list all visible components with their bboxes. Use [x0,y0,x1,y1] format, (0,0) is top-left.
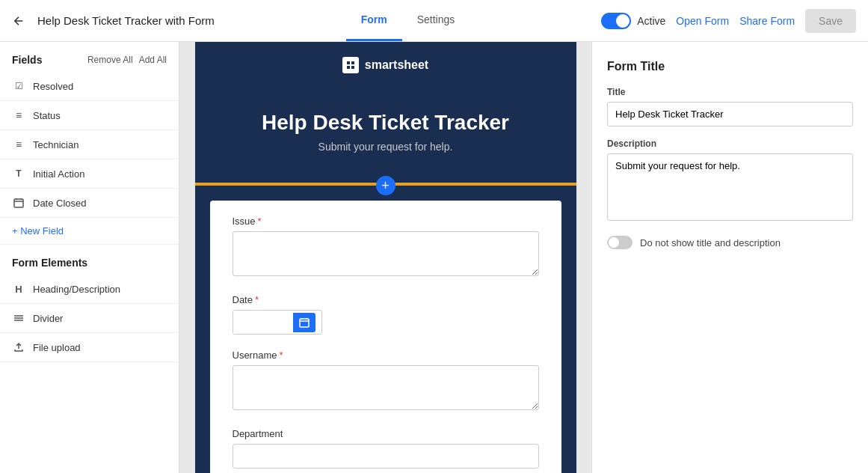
form-body: Issue * Date * [195,186,576,473]
form-subtitle: Submit your request for help. [210,141,561,153]
element-label-divider: Divider [33,313,63,324]
field-label-status: Status [33,110,61,121]
form-main-title: Help Desk Ticket Tracker [210,111,561,135]
date-required-star: * [255,294,259,305]
hide-title-toggle-knob [609,237,619,248]
username-required-star: * [279,350,283,361]
field-label-resolved: Resolved [33,81,73,92]
field-item-technician[interactable]: ≡ Technician [0,130,179,159]
title-label: Title [607,87,853,97]
top-actions: Active Open Form Share Form Save [601,9,856,33]
tab-form[interactable]: Form [346,0,402,41]
element-item-heading[interactable]: H Heading/Description [0,275,179,304]
field-item-date-closed[interactable]: Date Closed [0,189,179,218]
date-field: Date * [233,294,539,335]
form-title-section: Help Desk Ticket Tracker Submit your req… [195,88,576,186]
date-input-wrap [233,310,322,335]
field-item-resolved[interactable]: ☑ Resolved [0,72,179,101]
issue-field: Issue * [233,216,539,279]
field-label-initial-action: Initial Action [33,168,84,180]
save-button[interactable]: Save [805,9,856,33]
upload-icon [12,341,25,354]
description-label: Description [607,138,853,149]
department-label: Department [233,428,539,439]
calendar-icon[interactable] [293,313,316,332]
active-toggle[interactable] [601,13,631,29]
back-button[interactable] [12,14,25,28]
open-form-button[interactable]: Open Form [676,15,729,27]
smartsheet-logo: smartsheet [342,57,428,73]
svg-rect-0 [14,199,23,207]
hide-title-toggle-wrap: Do not show title and description [607,236,853,249]
text-icon: T [12,167,25,180]
issue-input[interactable] [233,231,539,276]
field-section-actions: Remove All Add All [87,55,167,65]
logo-text: smartsheet [365,58,428,72]
new-field-button[interactable]: + New Field [0,218,179,244]
username-input[interactable] [233,365,539,410]
heading-icon: H [12,282,25,296]
title-input[interactable] [607,102,853,126]
left-sidebar: Fields Remove All Add All ☑ Resolved ≡ S… [0,42,179,473]
form-elements-title: Form Elements [0,244,179,275]
active-label: Active [637,15,665,27]
element-item-file-upload[interactable]: File upload [0,333,179,362]
date-input[interactable] [233,311,293,334]
issue-required-star: * [258,216,262,227]
right-panel-title: Form Title [607,60,853,73]
date-label: Date * [233,294,539,305]
issue-label: Issue * [233,216,539,227]
field-label-date-closed: Date Closed [33,198,87,209]
description-textarea[interactable]: Submit your request for help. [607,153,853,221]
share-form-button[interactable]: Share Form [739,15,795,27]
form-preview: smartsheet Help Desk Ticket Tracker Subm… [179,42,591,473]
department-field: Department [233,428,539,469]
active-toggle-wrap: Active [601,13,665,29]
element-item-divider[interactable]: Divider [0,304,179,333]
list-icon-tech: ≡ [12,138,25,151]
field-item-initial-action[interactable]: T Initial Action [0,159,179,189]
fields-section-header: Fields Remove All Add All [0,42,179,72]
right-panel: Form Title Title Description Submit your… [591,42,868,473]
form-logo-header: smartsheet [195,42,576,88]
tab-settings[interactable]: Settings [402,0,470,41]
form-card: Issue * Date * [210,201,561,473]
hide-title-toggle[interactable] [607,236,632,249]
top-bar: Help Desk Ticket Tracker with Form Form … [0,0,868,42]
field-item-status[interactable]: ≡ Status [0,101,179,130]
remove-all-button[interactable]: Remove All [87,55,133,65]
username-label: Username * [233,350,539,361]
svg-rect-7 [300,319,309,327]
field-label-technician: Technician [33,139,79,150]
department-input[interactable] [233,444,539,469]
tab-container: Form Settings [227,0,590,41]
add-all-button[interactable]: Add All [139,55,167,65]
date-icon [12,196,25,210]
divider-icon [12,311,25,325]
list-icon-status: ≡ [12,109,25,122]
element-label-file-upload: File upload [33,342,81,353]
add-section-button[interactable]: + [376,176,395,195]
element-label-heading: Heading/Description [33,284,120,295]
username-field: Username * [233,350,539,413]
form-wrapper: smartsheet Help Desk Ticket Tracker Subm… [195,42,576,473]
fields-title: Fields [12,54,42,66]
toggle-knob [616,14,630,28]
checkbox-icon: ☑ [12,79,25,93]
main-layout: Fields Remove All Add All ☑ Resolved ≡ S… [0,42,868,473]
ss-logo-icon [342,57,359,73]
app-title: Help Desk Ticket Tracker with Form [37,14,215,27]
hide-title-label: Do not show title and description [640,237,781,248]
add-section-area: + [195,176,576,195]
